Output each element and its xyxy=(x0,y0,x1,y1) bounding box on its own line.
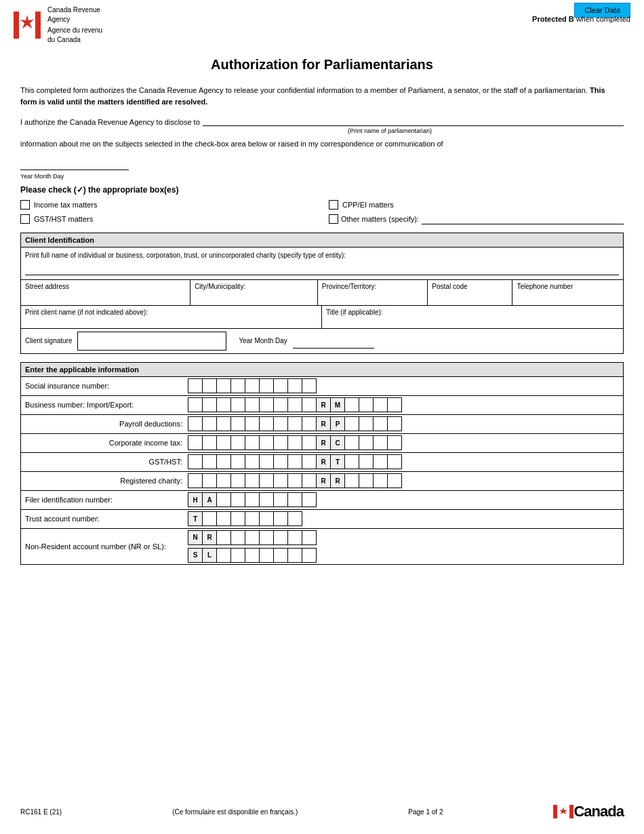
gst-cell-3[interactable] xyxy=(216,454,231,469)
charity-cell-4[interactable] xyxy=(230,473,245,488)
filer-cell-7[interactable] xyxy=(302,492,317,507)
payroll-cell-5[interactable] xyxy=(245,416,260,431)
city-field[interactable] xyxy=(195,290,313,302)
bn-cell-9[interactable] xyxy=(302,397,317,412)
charity-extra-2[interactable] xyxy=(359,473,374,488)
charity-extra-4[interactable] xyxy=(387,473,402,488)
corp-cell-3[interactable] xyxy=(216,435,231,450)
telephone-field[interactable] xyxy=(517,290,619,302)
sig-date-field[interactable] xyxy=(293,334,374,349)
bn-cell-5[interactable] xyxy=(245,397,260,412)
nr-cell-2[interactable] xyxy=(230,530,245,545)
payroll-extra-1[interactable] xyxy=(344,416,359,431)
corp-extra-2[interactable] xyxy=(359,435,374,450)
parliamentarian-name-field[interactable] xyxy=(203,115,624,126)
payroll-extra-3[interactable] xyxy=(373,416,388,431)
bn-cell-7[interactable] xyxy=(273,397,288,412)
postal-code-field[interactable] xyxy=(432,290,508,302)
sl-cell-5[interactable] xyxy=(273,548,288,563)
bn-cell-1[interactable] xyxy=(188,397,203,412)
charity-cell-9[interactable] xyxy=(302,473,317,488)
trust-cell-7[interactable] xyxy=(287,511,302,526)
sin-cell-4[interactable] xyxy=(230,378,245,393)
sin-cell-5[interactable] xyxy=(245,378,260,393)
street-address-cell[interactable]: Street address xyxy=(21,280,190,305)
payroll-cell-1[interactable] xyxy=(188,416,203,431)
charity-extra-3[interactable] xyxy=(373,473,388,488)
signature-field[interactable] xyxy=(77,332,226,351)
gst-cell-6[interactable] xyxy=(259,454,274,469)
charity-cell-1[interactable] xyxy=(188,473,203,488)
nr-cell-3[interactable] xyxy=(245,530,260,545)
payroll-cell-8[interactable] xyxy=(287,416,302,431)
gst-extra-3[interactable] xyxy=(373,454,388,469)
corp-cell-2[interactable] xyxy=(202,435,217,450)
client-name-cell[interactable]: Print client name (if not indicated abov… xyxy=(21,306,322,328)
gst-cell-4[interactable] xyxy=(230,454,245,469)
sin-cell-8[interactable] xyxy=(287,378,302,393)
filer-cell-6[interactable] xyxy=(287,492,302,507)
corp-cell-9[interactable] xyxy=(302,435,317,450)
bn-cell-6[interactable] xyxy=(259,397,274,412)
nr-cell-4[interactable] xyxy=(259,530,274,545)
filer-cell-3[interactable] xyxy=(245,492,260,507)
sl-cell-4[interactable] xyxy=(259,548,274,563)
income-tax-checkbox[interactable] xyxy=(20,200,30,210)
trust-cell-2[interactable] xyxy=(216,511,231,526)
charity-cell-8[interactable] xyxy=(287,473,302,488)
city-cell[interactable]: City/Municipality: xyxy=(190,280,318,305)
payroll-extra-4[interactable] xyxy=(387,416,402,431)
other-checkbox[interactable] xyxy=(329,214,338,224)
charity-cell-6[interactable] xyxy=(259,473,274,488)
sin-cell-1[interactable] xyxy=(188,378,203,393)
corp-cell-4[interactable] xyxy=(230,435,245,450)
corp-cell-7[interactable] xyxy=(273,435,288,450)
nr-cell-1[interactable] xyxy=(216,530,231,545)
full-name-field[interactable] xyxy=(25,262,619,275)
checkbox-gst-hst[interactable]: GST/HST matters xyxy=(20,214,315,224)
postal-code-cell[interactable]: Postal code xyxy=(428,280,512,305)
gst-cell-1[interactable] xyxy=(188,454,203,469)
filer-cell-1[interactable] xyxy=(216,492,231,507)
bn-cell-2[interactable] xyxy=(202,397,217,412)
filer-cell-2[interactable] xyxy=(230,492,245,507)
nr-cell-5[interactable] xyxy=(273,530,288,545)
corp-extra-3[interactable] xyxy=(373,435,388,450)
sl-cell-3[interactable] xyxy=(245,548,260,563)
corp-cell-5[interactable] xyxy=(245,435,260,450)
corp-extra-4[interactable] xyxy=(387,435,402,450)
sin-cell-7[interactable] xyxy=(273,378,288,393)
trust-cell-4[interactable] xyxy=(245,511,260,526)
trust-cell-1[interactable] xyxy=(202,511,217,526)
gst-hst-checkbox[interactable] xyxy=(20,214,30,224)
charity-cell-5[interactable] xyxy=(245,473,260,488)
other-specify-field[interactable] xyxy=(422,214,624,224)
sl-cell-1[interactable] xyxy=(216,548,231,563)
payroll-cell-9[interactable] xyxy=(302,416,317,431)
sin-cell-6[interactable] xyxy=(259,378,274,393)
sl-cell-2[interactable] xyxy=(230,548,245,563)
corp-cell-6[interactable] xyxy=(259,435,274,450)
telephone-cell[interactable]: Telephone number xyxy=(512,280,623,305)
title-cell[interactable]: Title (if applicable): xyxy=(322,306,623,328)
payroll-cell-7[interactable] xyxy=(273,416,288,431)
title-field[interactable] xyxy=(326,316,619,325)
filer-cell-4[interactable] xyxy=(259,492,274,507)
charity-cell-3[interactable] xyxy=(216,473,231,488)
client-name-field[interactable] xyxy=(25,316,317,325)
street-address-field[interactable] xyxy=(25,290,186,302)
filer-cell-5[interactable] xyxy=(273,492,288,507)
gst-extra-4[interactable] xyxy=(387,454,402,469)
province-field[interactable] xyxy=(322,290,424,302)
payroll-cell-3[interactable] xyxy=(216,416,231,431)
payroll-cell-2[interactable] xyxy=(202,416,217,431)
bn-extra-3[interactable] xyxy=(373,397,388,412)
cpp-ei-checkbox[interactable] xyxy=(329,200,338,210)
checkbox-other[interactable]: Other matters (specify): xyxy=(329,214,624,224)
corp-cell-8[interactable] xyxy=(287,435,302,450)
sin-cell-9[interactable] xyxy=(302,378,317,393)
charity-cell-7[interactable] xyxy=(273,473,288,488)
bn-cell-8[interactable] xyxy=(287,397,302,412)
checkbox-income-tax[interactable]: Income tax matters xyxy=(20,200,315,210)
charity-cell-2[interactable] xyxy=(202,473,217,488)
